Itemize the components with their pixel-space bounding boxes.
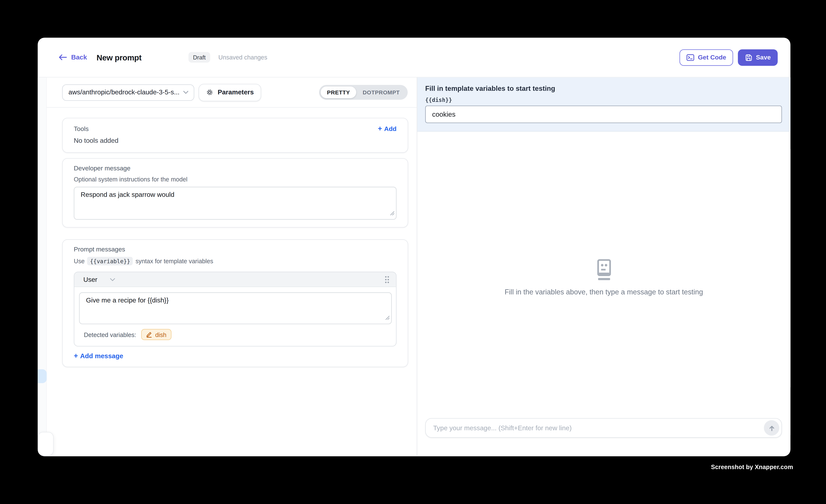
chevron-down-icon[interactable]	[110, 278, 115, 281]
message-block: User Give me a recipe for {{d	[74, 272, 397, 346]
back-arrow-icon	[58, 54, 67, 60]
back-button[interactable]: Back	[58, 54, 87, 61]
message-content: Give me a recipe for {{dish}}	[86, 297, 385, 304]
watermark-text: Screenshot by Xnapper.com	[711, 464, 793, 470]
variable-badge-label: dish	[155, 331, 167, 338]
drag-handle-icon[interactable]	[384, 275, 390, 284]
robot-icon	[594, 259, 614, 281]
chevron-down-icon	[183, 91, 188, 94]
parameters-label: Parameters	[218, 88, 254, 96]
hint-suffix: syntax for template variables	[135, 258, 213, 264]
tools-title: Tools	[74, 125, 88, 133]
message-role-select[interactable]: User	[83, 276, 98, 283]
variable-key-label: {{dish}}	[425, 97, 782, 103]
plus-icon: +	[74, 353, 78, 360]
hint-code-chip: {{variable}}	[87, 257, 133, 265]
resize-handle-icon[interactable]	[385, 313, 390, 322]
page-title: New prompt	[97, 53, 141, 62]
editor-toolbar: aws/anthropic/bedrock-claude-3-5-s... Pa…	[38, 77, 417, 108]
tools-card: Tools + Add No tools added	[62, 118, 408, 153]
chat-message-input[interactable]	[425, 418, 782, 438]
save-label: Save	[756, 54, 771, 61]
add-message-label: Add message	[80, 353, 123, 360]
get-code-label: Get Code	[698, 54, 726, 61]
prompt-editor-panel: aws/anthropic/bedrock-claude-3-5-s... Pa…	[38, 77, 417, 456]
collapsed-sidebar	[38, 77, 47, 456]
prompt-messages-card: Prompt messages Use {{variable}} syntax …	[62, 239, 408, 367]
template-variables-panel: Fill in template variables to start test…	[417, 77, 790, 132]
prompt-messages-title: Prompt messages	[74, 246, 397, 253]
toggle-dotprompt[interactable]: DOTPROMPT	[356, 86, 406, 98]
add-message-button[interactable]: + Add message	[74, 353, 397, 360]
test-panel: Fill in template variables to start test…	[417, 77, 790, 456]
developer-message-textarea[interactable]: Respond as jack sparrow would	[74, 187, 397, 219]
plus-icon: +	[378, 125, 382, 132]
tools-empty-text: No tools added	[74, 137, 397, 144]
send-button[interactable]	[764, 420, 779, 436]
screenshot-stage: Back New prompt Draft Unsaved changes Ge…	[0, 0, 826, 504]
detected-variables-row: Detected variables: dish	[79, 324, 392, 346]
variables-panel-title: Fill in template variables to start test…	[425, 84, 782, 92]
toggle-pretty[interactable]: PRETTY	[320, 86, 356, 98]
terminal-icon	[686, 54, 694, 61]
variable-badge[interactable]: dish	[141, 329, 171, 340]
app-window: Back New prompt Draft Unsaved changes Ge…	[38, 38, 790, 456]
save-icon	[745, 54, 752, 61]
get-code-button[interactable]: Get Code	[679, 49, 733, 66]
editor-cards: Tools + Add No tools added Developer mes…	[38, 108, 417, 367]
format-toggle: PRETTY DOTPROMPT	[319, 85, 408, 100]
variable-value-input[interactable]	[425, 106, 782, 123]
sidebar-popover	[38, 432, 54, 456]
message-body: Give me a recipe for {{dish}} Detected v…	[74, 287, 396, 346]
model-selector-value: aws/anthropic/bedrock-claude-3-5-s...	[68, 88, 179, 96]
developer-message-subtitle: Optional system instructions for the mod…	[74, 176, 397, 183]
top-bar: Back New prompt Draft Unsaved changes Ge…	[38, 38, 790, 77]
message-composer	[425, 418, 782, 438]
add-tool-button[interactable]: + Add	[378, 125, 397, 133]
hint-prefix: Use	[74, 258, 85, 264]
resize-handle-icon[interactable]	[390, 208, 395, 217]
chat-area: Fill in the variables above, then type a…	[417, 132, 790, 418]
message-header: User	[74, 272, 396, 287]
parameters-button[interactable]: Parameters	[198, 83, 261, 101]
save-button[interactable]: Save	[738, 49, 778, 66]
main-area: aws/anthropic/bedrock-claude-3-5-s... Pa…	[38, 77, 790, 456]
message-textarea[interactable]: Give me a recipe for {{dish}}	[79, 292, 392, 324]
pencil-icon	[146, 331, 153, 338]
send-arrow-up-icon	[768, 424, 775, 432]
add-tool-label: Add	[384, 125, 397, 133]
chat-empty-state: Fill in the variables above, then type a…	[417, 259, 790, 296]
unsaved-changes-text: Unsaved changes	[218, 54, 267, 60]
developer-message-value: Respond as jack sparrow would	[81, 191, 390, 198]
model-selector[interactable]: aws/anthropic/bedrock-claude-3-5-s...	[62, 84, 194, 101]
template-hint: Use {{variable}} syntax for template var…	[74, 257, 397, 265]
developer-message-card: Developer message Optional system instru…	[62, 158, 408, 228]
detected-variables-label: Detected variables:	[84, 331, 136, 338]
gear-icon	[206, 88, 214, 96]
developer-message-title: Developer message	[74, 165, 397, 172]
back-label: Back	[71, 54, 87, 61]
status-badge: Draft	[188, 52, 211, 63]
chat-empty-text: Fill in the variables above, then type a…	[505, 288, 703, 296]
sidebar-selected-indicator[interactable]	[38, 369, 47, 383]
